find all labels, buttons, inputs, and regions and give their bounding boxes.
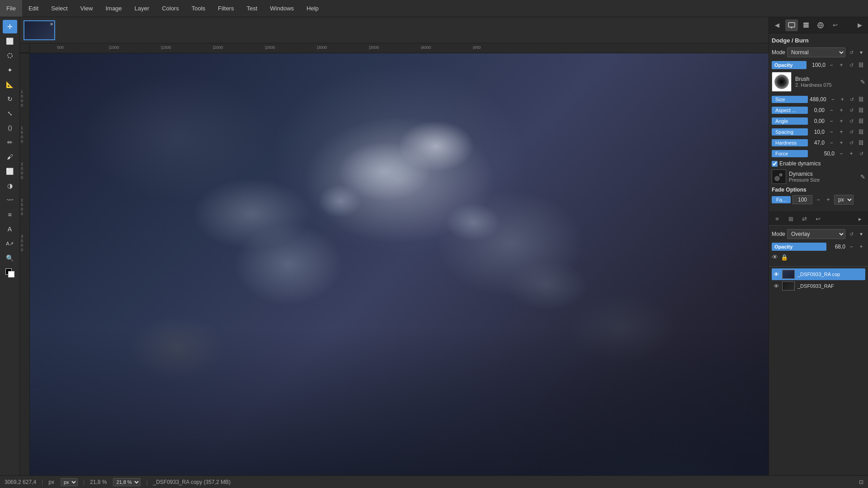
opacity-plus-icon[interactable]: + <box>837 61 845 69</box>
tool-text[interactable]: A <box>3 222 17 236</box>
layer-item-1[interactable]: 👁 _DSF0933_RAF <box>772 280 865 292</box>
size-label-btn[interactable]: Size <box>772 96 808 103</box>
angle-plus-icon[interactable]: + <box>837 117 845 125</box>
tool-scale[interactable]: ⤡ <box>3 107 17 120</box>
angle-label-btn[interactable]: Angle <box>772 117 808 125</box>
size-plus-icon[interactable]: + <box>839 95 846 103</box>
enable-dynamics-checkbox-label[interactable]: Enable dynamics <box>772 160 821 167</box>
section-tab-grid[interactable]: ⊞ <box>784 213 797 225</box>
panel-nav-undo[interactable]: ↩ <box>829 19 841 31</box>
close-thumbnail-icon[interactable]: ✕ <box>50 22 53 27</box>
tool-pencil[interactable]: ✏ <box>3 136 17 149</box>
brush-edit-icon[interactable]: ✎ <box>860 79 865 85</box>
fade-label-btn[interactable]: Fa... <box>772 196 791 203</box>
panel-nav-back[interactable]: ◀ <box>771 19 783 31</box>
opacity-reset-icon[interactable]: ↺ <box>847 61 855 69</box>
tool-free-select[interactable] <box>3 49 17 62</box>
menu-view[interactable]: View <box>74 0 99 17</box>
dynamics-edit-icon[interactable]: ✎ <box>860 174 865 180</box>
fade-unit-select[interactable]: px <box>834 195 854 205</box>
spacing-link-icon[interactable]: ⛓ <box>857 128 865 136</box>
spacing-plus-icon[interactable]: + <box>837 128 845 136</box>
dynamics-preview[interactable] <box>772 169 786 184</box>
tool-layers[interactable]: ≡ <box>3 208 17 221</box>
enable-dynamics-checkbox[interactable] <box>772 161 778 167</box>
fade-plus-icon[interactable]: + <box>824 196 832 204</box>
menu-edit[interactable]: Edit <box>22 0 45 17</box>
opacity-link-icon[interactable]: ⛓ <box>857 61 865 69</box>
mode-reset-icon[interactable]: ↺ <box>847 48 855 56</box>
visibility-icon[interactable]: 👁 <box>772 253 778 261</box>
aspect-minus-icon[interactable]: − <box>827 106 835 114</box>
menu-help[interactable]: Help <box>300 0 325 17</box>
opacity-bar[interactable]: Opacity <box>772 61 807 69</box>
fade-minus-icon[interactable]: − <box>814 196 822 204</box>
aspect-reset-icon[interactable]: ↺ <box>847 106 855 114</box>
hardness-plus-icon[interactable]: + <box>837 139 845 147</box>
menu-tools[interactable]: Tools <box>185 0 212 17</box>
opacity-minus-icon[interactable]: − <box>827 61 835 69</box>
layer-mode-expand-icon[interactable]: ▾ <box>857 230 865 238</box>
layer-mode-select[interactable]: Overlay <box>787 229 845 239</box>
size-minus-icon[interactable]: − <box>829 95 837 103</box>
menu-file[interactable]: File <box>0 0 22 17</box>
lock-icon[interactable]: 🔒 <box>781 254 788 261</box>
force-label-btn[interactable]: Force <box>772 150 808 157</box>
zoom-select[interactable]: 21,8 % <box>113 478 141 486</box>
unit-select[interactable]: px <box>61 478 78 486</box>
layer-opacity-minus-icon[interactable]: − <box>847 243 855 251</box>
tool-transform[interactable]: ⟨⟩ <box>3 121 17 135</box>
spacing-reset-icon[interactable]: ↺ <box>847 128 855 136</box>
tool-dodge-burn[interactable]: ◑ <box>3 179 17 192</box>
section-tab-undo[interactable]: ↩ <box>811 213 824 225</box>
menu-select[interactable]: Select <box>45 0 74 17</box>
tool-move[interactable]: ✛ <box>3 20 17 33</box>
tool-fuzzy-select[interactable]: ✦ <box>3 63 17 77</box>
aspect-plus-icon[interactable]: + <box>837 106 845 114</box>
menu-test[interactable]: Test <box>240 0 264 17</box>
tool-smudge[interactable]: 〰 <box>3 193 17 207</box>
aspect-link-icon[interactable]: ⛓ <box>857 106 865 114</box>
spacing-minus-icon[interactable]: − <box>827 128 835 136</box>
layer-item-0[interactable]: 👁 _DSF0933_RA cop <box>772 268 865 280</box>
panel-nav-layers-icon[interactable] <box>800 19 812 31</box>
layer-opacity-plus-icon[interactable]: + <box>857 243 865 251</box>
thumbnail-item[interactable]: ✕ <box>24 20 55 40</box>
section-tab-history[interactable]: ⇄ <box>798 213 811 225</box>
menu-windows[interactable]: Windows <box>264 0 300 17</box>
spacing-label-btn[interactable]: Spacing <box>772 128 808 136</box>
hardness-label-btn[interactable]: Hardness <box>772 139 808 146</box>
menu-layer[interactable]: Layer <box>128 0 156 17</box>
layer-1-visibility-icon[interactable]: 👁 <box>774 283 779 290</box>
canvas[interactable] <box>30 53 769 475</box>
tool-measure[interactable]: 📐 <box>3 78 17 91</box>
layer-mode-reset-icon[interactable]: ↺ <box>847 230 855 238</box>
tool-erase[interactable]: ⬜ <box>3 164 17 178</box>
hardness-reset-icon[interactable]: ↺ <box>847 139 855 147</box>
menu-image[interactable]: Image <box>99 0 128 17</box>
hardness-minus-icon[interactable]: − <box>827 139 835 147</box>
menu-colors[interactable]: Colors <box>156 0 185 17</box>
tool-text-path[interactable]: A↗ <box>3 237 17 250</box>
tool-foreground-bg[interactable] <box>3 266 17 279</box>
panel-nav-display[interactable] <box>785 19 798 31</box>
tool-rotate[interactable]: ↻ <box>3 92 17 106</box>
force-reset-icon[interactable]: ↺ <box>857 150 865 158</box>
menu-filters[interactable]: Filters <box>212 0 240 17</box>
mode-select[interactable]: Normal <box>787 47 845 57</box>
panel-nav-more[interactable]: ▶ <box>854 19 866 31</box>
status-extra-btn[interactable]: ⊡ <box>859 479 863 485</box>
force-minus-icon[interactable]: − <box>837 150 845 158</box>
angle-reset-icon[interactable]: ↺ <box>847 117 855 125</box>
tool-rectangle-select[interactable]: ⬜ <box>3 34 17 48</box>
layer-opacity-bar[interactable]: Opacity <box>772 243 826 251</box>
size-link-icon[interactable]: ⛓ <box>858 95 865 103</box>
hardness-link-icon[interactable]: ⛓ <box>857 139 865 147</box>
section-tab-more[interactable]: ▸ <box>854 213 866 225</box>
panel-nav-channels[interactable] <box>814 19 827 31</box>
mode-expand-icon[interactable]: ▾ <box>857 48 865 56</box>
fade-value-input[interactable] <box>793 195 812 204</box>
tool-zoom[interactable]: 🔍 <box>3 251 17 265</box>
aspect-label-btn[interactable]: Aspect ... <box>772 107 808 114</box>
size-reset-icon[interactable]: ↺ <box>848 95 856 103</box>
